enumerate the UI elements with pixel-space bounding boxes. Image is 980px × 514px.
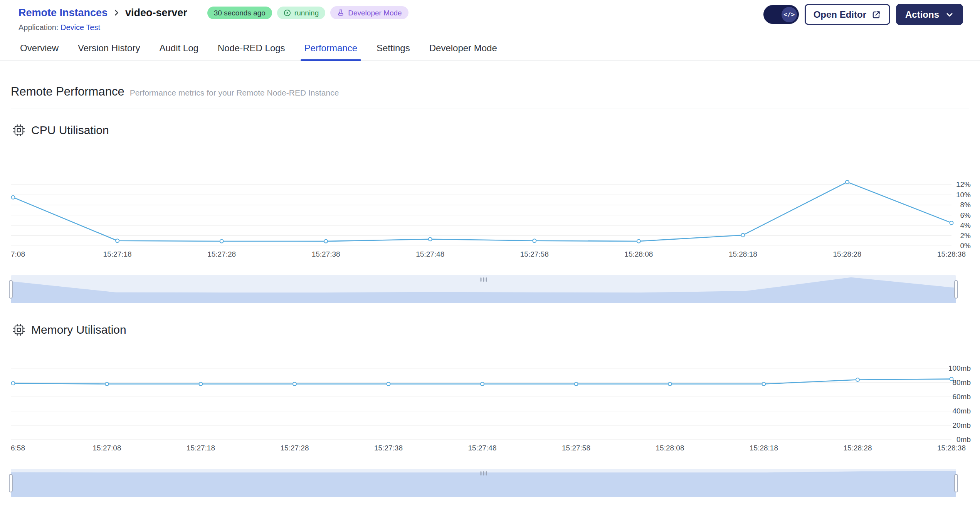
- editor-toggle[interactable]: </>: [763, 5, 799, 24]
- cpu-section-header: CPU Utilisation: [11, 124, 969, 137]
- svg-text:60mb: 60mb: [952, 393, 971, 401]
- tab-node-red-logs[interactable]: Node-RED Logs: [217, 43, 286, 60]
- breadcrumb-parent-link[interactable]: Remote Instances: [18, 7, 108, 19]
- play-circle-icon: [284, 9, 291, 17]
- cpu-section-title: CPU Utilisation: [31, 124, 109, 137]
- cpu-chip-icon: [12, 124, 25, 137]
- tab-developer-mode[interactable]: Developer Mode: [429, 43, 498, 60]
- chevron-down-icon: [945, 10, 954, 19]
- svg-text:15:28:18: 15:28:18: [729, 250, 757, 258]
- svg-text:100mb: 100mb: [948, 364, 971, 372]
- page-title: Remote Performance: [11, 85, 124, 99]
- svg-text:15:27:58: 15:27:58: [520, 250, 549, 258]
- memory-chart: 0mb20mb40mb60mb80mb100mb6:5815:27:0815:2…: [11, 343, 969, 454]
- header-controls: </> Open Editor Actions: [763, 4, 963, 25]
- svg-text:15:27:18: 15:27:18: [187, 444, 215, 452]
- svg-text:0mb: 0mb: [956, 435, 971, 443]
- memory-range-handle-left[interactable]: [9, 474, 13, 492]
- cpu-chart: 0%2%4%6%8%10%12%7:0815:27:1815:27:2815:2…: [11, 144, 969, 260]
- tab-audit-log[interactable]: Audit Log: [158, 43, 199, 60]
- chevron-right-icon: [112, 8, 121, 17]
- svg-text:6:58: 6:58: [11, 444, 25, 452]
- memory-section-title: Memory Utilisation: [31, 323, 126, 336]
- beaker-icon: [337, 9, 345, 17]
- tab-bar: Overview Version History Audit Log Node-…: [0, 32, 980, 61]
- svg-text:15:28:28: 15:28:28: [833, 250, 861, 258]
- status-badges: 30 seconds ago running Developer Mode: [207, 6, 408, 19]
- cpu-range-handle-left[interactable]: [9, 280, 13, 299]
- svg-text:15:27:18: 15:27:18: [103, 250, 132, 258]
- cpu-range-selector[interactable]: [11, 275, 956, 303]
- svg-text:15:28:18: 15:28:18: [750, 444, 778, 452]
- svg-text:15:28:38: 15:28:38: [937, 444, 966, 452]
- svg-text:15:27:38: 15:27:38: [312, 250, 340, 258]
- svg-text:20mb: 20mb: [952, 421, 971, 429]
- tab-performance[interactable]: Performance: [304, 43, 358, 60]
- memory-range-handle-right[interactable]: [954, 474, 958, 492]
- developer-mode-text: Developer Mode: [348, 9, 402, 17]
- cpu-range-grip[interactable]: [480, 277, 487, 282]
- svg-text:15:27:58: 15:27:58: [562, 444, 590, 452]
- svg-text:15:28:08: 15:28:08: [656, 444, 684, 452]
- tab-overview[interactable]: Overview: [19, 43, 59, 60]
- tab-settings[interactable]: Settings: [376, 43, 411, 60]
- svg-text:15:27:48: 15:27:48: [468, 444, 497, 452]
- divider: [11, 109, 969, 109]
- main-content: Remote Performance Performance metrics f…: [0, 85, 980, 497]
- svg-text:2%: 2%: [960, 232, 971, 240]
- memory-range-grip[interactable]: [480, 471, 487, 475]
- svg-text:4%: 4%: [960, 221, 971, 229]
- page-header: Remote Instances video-server 30 seconds…: [0, 0, 980, 32]
- svg-text:15:27:38: 15:27:38: [374, 444, 403, 452]
- svg-text:80mb: 80mb: [952, 378, 971, 386]
- svg-text:15:27:48: 15:27:48: [416, 250, 444, 258]
- last-seen-text: 30 seconds ago: [214, 9, 266, 17]
- memory-chip-icon: [12, 323, 25, 336]
- application-link[interactable]: Device Test: [61, 23, 100, 32]
- svg-text:7:08: 7:08: [11, 250, 25, 258]
- running-status-text: running: [294, 9, 319, 17]
- svg-text:15:27:28: 15:27:28: [207, 250, 236, 258]
- memory-range-selector[interactable]: [11, 469, 956, 497]
- svg-text:6%: 6%: [960, 211, 971, 219]
- instance-name: video-server: [125, 7, 187, 19]
- cpu-range-handle-right[interactable]: [954, 280, 958, 299]
- application-label: Application:: [18, 23, 58, 32]
- external-link-icon: [871, 10, 881, 20]
- open-editor-label: Open Editor: [814, 9, 866, 20]
- svg-text:15:28:08: 15:28:08: [624, 250, 653, 258]
- developer-mode-badge: Developer Mode: [330, 6, 408, 19]
- last-seen-badge: 30 seconds ago: [207, 7, 272, 19]
- svg-text:8%: 8%: [960, 201, 971, 209]
- actions-button[interactable]: Actions: [896, 4, 963, 25]
- svg-text:15:28:28: 15:28:28: [844, 444, 872, 452]
- svg-text:15:27:08: 15:27:08: [93, 444, 121, 452]
- tab-version-history[interactable]: Version History: [77, 43, 141, 60]
- svg-text:15:27:28: 15:27:28: [281, 444, 309, 452]
- page-subtitle: Performance metrics for your Remote Node…: [130, 88, 339, 97]
- code-icon: </>: [782, 7, 797, 22]
- memory-section-header: Memory Utilisation: [11, 323, 969, 336]
- open-editor-button[interactable]: Open Editor: [805, 4, 890, 25]
- running-status-badge: running: [277, 7, 325, 19]
- svg-text:40mb: 40mb: [952, 407, 971, 415]
- page-heading: Remote Performance Performance metrics f…: [11, 85, 969, 99]
- svg-text:10%: 10%: [956, 191, 971, 199]
- svg-text:15:28:38: 15:28:38: [937, 250, 966, 258]
- actions-label: Actions: [905, 9, 939, 20]
- svg-text:0%: 0%: [960, 242, 971, 250]
- svg-text:12%: 12%: [956, 180, 971, 188]
